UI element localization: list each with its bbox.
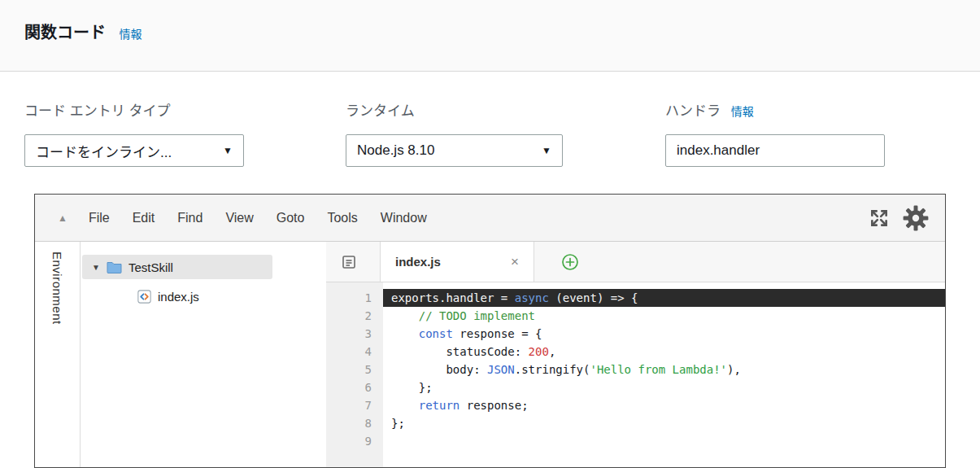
new-tab-button[interactable]	[560, 252, 580, 272]
code-line-5[interactable]: body: JSON.stringify('Hello from Lambda!…	[383, 361, 945, 378]
chevron-down-icon: ▼	[542, 145, 551, 156]
menu-item-tools[interactable]: Tools	[327, 211, 357, 225]
code-entry-type-select[interactable]: コードをインライン... ▼	[24, 134, 244, 167]
environment-label: Environment	[50, 251, 64, 467]
menu-item-edit[interactable]: Edit	[133, 211, 155, 225]
runtime-label-text: ランタイム	[346, 103, 415, 119]
runtime-label: ランタイム	[346, 99, 563, 134]
code-line-3[interactable]: const response = {	[383, 325, 945, 343]
menubar-right	[869, 205, 929, 231]
gear-icon[interactable]	[903, 205, 929, 231]
panel-header: 関数コード 情報	[0, 0, 980, 72]
line-number-gutter: 123456789	[326, 282, 383, 467]
collapse-editor-button[interactable]: ▲	[58, 212, 68, 224]
menu-items: FileEditFindViewGotoToolsWindow	[89, 211, 427, 225]
menu-item-goto[interactable]: Goto	[277, 211, 305, 225]
menu-item-find[interactable]: Find	[177, 211, 203, 225]
tab-list-icon[interactable]	[341, 254, 357, 270]
line-number: 9	[326, 432, 372, 450]
code-line-6[interactable]: };	[383, 378, 945, 396]
menu-item-view[interactable]: View	[225, 211, 253, 225]
menu-item-window[interactable]: Window	[381, 211, 427, 225]
close-tab-icon[interactable]: ×	[511, 254, 519, 270]
environment-sidebar-tab[interactable]: Environment	[35, 242, 81, 467]
code-entry-type-field: コード エントリ タイプ コードをインライン... ▼	[24, 99, 244, 167]
handler-input[interactable]	[665, 134, 885, 167]
handler-label-text: ハンドラ	[665, 103, 721, 119]
fullscreen-icon[interactable]	[869, 208, 890, 229]
handler-info-link[interactable]: 情報	[731, 105, 754, 118]
code-entry-type-label: コード エントリ タイプ	[24, 99, 244, 134]
runtime-select[interactable]: Node.js 8.10 ▼	[346, 134, 563, 167]
code-line-1[interactable]: exports.handler = async (event) => {	[383, 289, 945, 307]
header-info-link[interactable]: 情報	[119, 28, 142, 41]
line-number: 2	[326, 307, 372, 325]
tab-indexjs[interactable]: index.js ×	[380, 242, 534, 282]
line-number: 6	[326, 378, 372, 396]
line-number: 8	[326, 414, 372, 432]
code-line-8[interactable]: };	[383, 414, 945, 432]
file-name: index.js	[158, 290, 199, 304]
tree-file-indexjs[interactable]: index.js	[81, 284, 326, 308]
editor-body: Environment ▼ TestSkill	[35, 242, 945, 467]
line-number: 7	[326, 396, 372, 414]
editor-menubar: ▲ FileEditFindViewGotoToolsWindow	[35, 195, 945, 242]
function-code-panel: 関数コード 情報 コード エントリ タイプ コードをインライン... ▼ ランタ…	[0, 0, 980, 468]
code-lines[interactable]: exports.handler = async (event) => { // …	[383, 282, 945, 467]
code-line-2[interactable]: // TODO implement	[383, 307, 945, 325]
folder-name: TestSkill	[128, 260, 173, 274]
code-editor: ▲ FileEditFindViewGotoToolsWindow	[34, 194, 946, 468]
tab-label: index.js	[395, 255, 441, 269]
code-area: 123456789 exports.handler = async (event…	[326, 282, 945, 467]
editor-column: index.js × 123456789 exports.handler = a…	[326, 242, 945, 467]
folder-icon	[107, 260, 122, 273]
line-number: 1	[326, 289, 372, 307]
tab-bar: index.js ×	[326, 242, 945, 282]
line-number: 3	[326, 325, 372, 343]
line-number: 4	[326, 343, 372, 361]
folder-expanded-icon[interactable]: ▼	[92, 263, 100, 272]
code-line-4[interactable]: statusCode: 200,	[383, 343, 945, 361]
page-title: 関数コード	[24, 20, 106, 43]
js-file-icon	[137, 290, 151, 304]
code-entry-type-label-text: コード エントリ タイプ	[24, 103, 170, 119]
handler-field: ハンドラ 情報	[665, 99, 885, 167]
handler-label: ハンドラ 情報	[665, 99, 885, 134]
menu-item-file[interactable]: File	[89, 211, 110, 225]
code-entry-type-value: コードをインライン...	[36, 141, 172, 161]
code-line-7[interactable]: return response;	[383, 396, 945, 414]
chevron-down-icon: ▼	[223, 145, 233, 156]
runtime-value: Node.js 8.10	[357, 142, 434, 159]
file-tree: ▼ TestSkill	[81, 242, 326, 467]
code-line-9[interactable]	[383, 432, 945, 450]
line-number: 5	[326, 361, 372, 378]
tree-folder-testskill[interactable]: ▼ TestSkill	[82, 255, 272, 279]
runtime-field: ランタイム Node.js 8.10 ▼	[346, 99, 563, 167]
